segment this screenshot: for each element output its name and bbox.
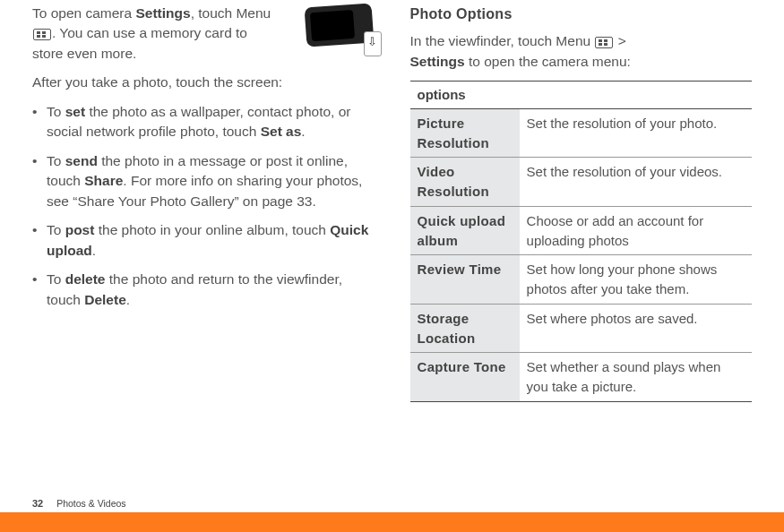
footer-section: Photos & Videos [56, 498, 125, 509]
table-row: Video ResolutionSet the resolution of yo… [410, 158, 753, 207]
photo-options-heading: Photo Options [410, 4, 753, 24]
after-photo-text: After you take a photo, touch the screen… [32, 73, 375, 92]
table-row: Review TimeSet how long your phone shows… [410, 255, 753, 305]
menu-icon [33, 29, 51, 40]
footer-text: 32 Photos & Videos [0, 493, 784, 512]
bullet-item: To set the photo as a wallpaper, contact… [32, 102, 375, 142]
r-intro-3: to open the camera menu: [465, 54, 631, 69]
table-row: Quick upload albumChoose or add an accou… [410, 206, 753, 255]
page-number: 32 [32, 498, 43, 509]
right-column: Photo Options In the viewfinder, touch M… [410, 4, 753, 402]
intro-text-3: . You can use a memory card to store eve… [32, 25, 247, 60]
r-intro-1: In the viewfinder, touch Menu [410, 33, 595, 48]
left-column: To open camera Settings, touch Menu . Yo… [32, 4, 375, 402]
r-intro-2: > [614, 33, 625, 48]
menu-icon [595, 37, 613, 48]
footer-orange-bar [0, 512, 784, 532]
table-row: Storage LocationSet where photos are sav… [410, 304, 753, 353]
options-table: options Picture ResolutionSet the resolu… [410, 81, 753, 402]
intro-text-1: To open camera [32, 5, 135, 21]
page-content: To open camera Settings, touch Menu . Yo… [0, 0, 784, 402]
settings-bold: Settings [410, 54, 465, 69]
intro-text-2: , touch Menu [191, 5, 271, 21]
table-header: options [410, 82, 753, 109]
bullet-item: To delete the photo and return to the vi… [32, 270, 375, 310]
page-footer: 32 Photos & Videos [0, 493, 784, 532]
bullet-item: To send the photo in a message or post i… [32, 151, 375, 211]
table-row: Capture ToneSet whether a sound plays wh… [410, 353, 753, 402]
bullet-list: To set the photo as a wallpaper, contact… [32, 102, 375, 310]
settings-bold: Settings [135, 5, 190, 21]
intro-block: To open camera Settings, touch Menu . Yo… [32, 4, 375, 64]
memory-card-icon [364, 31, 382, 56]
bullet-item: To post the photo in your online album, … [32, 220, 375, 261]
phone-illustration [298, 0, 383, 58]
right-intro-paragraph: In the viewfinder, touch Menu > Settings… [410, 31, 753, 72]
intro-paragraph: To open camera Settings, touch Menu . Yo… [32, 4, 274, 64]
table-row: Picture ResolutionSet the resolution of … [410, 108, 753, 158]
